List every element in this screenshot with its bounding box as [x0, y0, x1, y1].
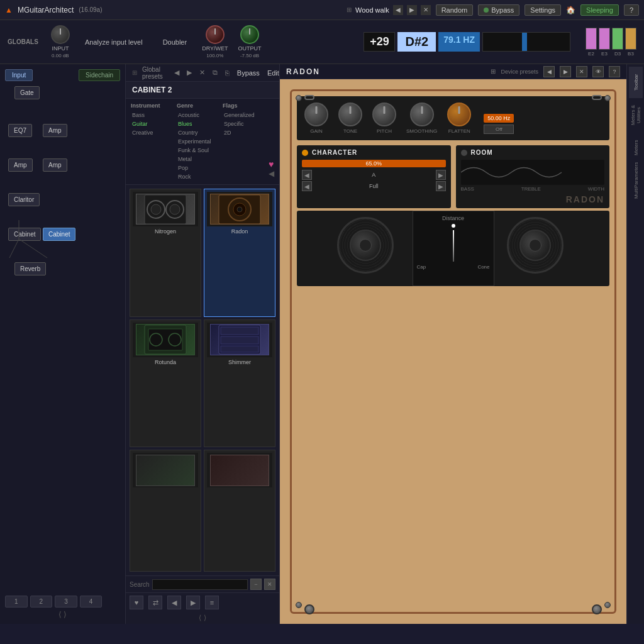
preset-paste[interactable]: ⎘ [224, 69, 231, 77]
room-led[interactable] [461, 150, 467, 156]
preset-copy[interactable]: ⧉ [211, 69, 219, 77]
bypass-cabinet[interactable]: Bypass [236, 69, 261, 77]
preset-radon[interactable]: Radon [204, 189, 275, 317]
mini-key-d3[interactable] [612, 28, 623, 50]
expand-chain-icon[interactable]: ⟨ ⟩ [58, 610, 67, 619]
search-clear-button[interactable]: − [250, 579, 262, 590]
flag-specific[interactable]: Specific [223, 120, 266, 128]
character-led[interactable] [302, 150, 308, 156]
preset-extra2[interactable] [204, 450, 275, 572]
nav-prev-button[interactable]: ◀ [167, 596, 181, 609]
preset-nitrogen[interactable]: Nitrogen [130, 189, 201, 317]
analyze-button[interactable]: Analyze input level [80, 36, 148, 48]
character-type-prev[interactable]: ◀ [302, 181, 312, 191]
track-tab-2[interactable]: 2 [30, 596, 53, 608]
genre-metal[interactable]: Metal [177, 155, 220, 163]
amp-node-2[interactable]: Amp [8, 158, 33, 172]
flag-generalized[interactable]: Generalized [223, 111, 266, 119]
nav-next-button[interactable]: ▶ [186, 596, 200, 609]
claritor-node[interactable]: Claritor [8, 193, 40, 206]
menu-button[interactable]: ≡ [205, 596, 219, 609]
collapse-col-icon[interactable]: ◀ [269, 169, 274, 178]
pitch-knob[interactable] [372, 103, 396, 126]
toolbar-button[interactable]: Toolbar [629, 67, 643, 98]
sidechain-button[interactable]: Sidechain [79, 69, 120, 81]
mini-key-b3[interactable] [625, 28, 636, 50]
cabinet2-node[interactable]: Cabinet [43, 228, 75, 241]
room-labels: BASS TREBLE WIDTH [461, 186, 605, 192]
genre-acoustic[interactable]: Acoustic [177, 111, 220, 119]
mini-key-e2[interactable] [586, 28, 597, 50]
global-presets-label: Global presets [142, 66, 163, 80]
preset-nav-next[interactable]: ▶ [186, 69, 193, 77]
meters-button[interactable]: Meters [629, 132, 643, 164]
favorite-button[interactable]: ♥ [130, 596, 143, 609]
gain-knob[interactable] [304, 103, 328, 126]
preset-extra1[interactable] [130, 450, 201, 572]
device-preset-eye[interactable]: 👁 [592, 66, 604, 77]
track-tab-1[interactable]: 1 [5, 596, 28, 608]
character-type-next[interactable]: ▶ [436, 181, 446, 191]
favorite-heart-icon[interactable]: ♥ [269, 159, 274, 169]
mini-key-e3[interactable] [599, 28, 610, 50]
meters-utilities-button[interactable]: Meters & Utilities [629, 99, 643, 131]
genre-pop[interactable]: Pop [177, 164, 220, 172]
flatten-knob[interactable] [447, 103, 471, 126]
inst-guitar[interactable]: Guitar [131, 120, 174, 128]
genre-country[interactable]: Country [177, 129, 220, 136]
gate-node[interactable]: Gate [14, 86, 40, 99]
output-knob[interactable] [240, 25, 259, 44]
reverb-node[interactable]: Reverb [14, 262, 46, 275]
tone-knob[interactable] [338, 103, 362, 126]
amp-node-3[interactable]: Amp [43, 158, 67, 172]
expand-cabinet-icon[interactable]: ⟨ ⟩ [199, 614, 206, 621]
random-button[interactable]: Random [436, 4, 474, 16]
device-preset-help[interactable]: ? [609, 66, 620, 77]
doubler-button[interactable]: Doubler [158, 36, 192, 48]
input-knob[interactable] [51, 25, 70, 44]
genre-blues[interactable]: Blues [177, 120, 220, 128]
settings-button[interactable]: Settings [525, 4, 561, 16]
track-tab-4[interactable]: 4 [80, 596, 103, 608]
inst-bass[interactable]: Bass [131, 111, 174, 119]
export-button[interactable]: ⇄ [148, 596, 162, 609]
preset-close[interactable]: ✕ [198, 69, 206, 77]
preset-nav-prev[interactable]: ◀ [173, 69, 180, 77]
eq7-node[interactable]: EQ7 [8, 124, 32, 137]
help-button[interactable]: ? [624, 4, 639, 16]
preset-prev-button[interactable]: ◀ [393, 5, 403, 15]
amp-node-1[interactable]: Amp [43, 124, 67, 137]
preset-next-button[interactable]: ▶ [407, 5, 417, 15]
flags-header: Flags [223, 103, 266, 109]
search-input[interactable] [152, 579, 248, 590]
character-value: 65.0% [302, 160, 446, 167]
genre-rock[interactable]: Rock [177, 173, 220, 180]
sleeping-button[interactable]: Sleeping [580, 4, 619, 16]
track-tab-3[interactable]: 3 [55, 596, 77, 608]
device-preset-prev[interactable]: ◀ [543, 66, 555, 77]
device-preset-next[interactable]: ▶ [560, 66, 571, 77]
caster-right [592, 604, 602, 614]
bypass-button[interactable]: Bypass [478, 4, 519, 16]
mini-key-e2-group: E2 [586, 28, 597, 57]
genre-funk[interactable]: Funk & Soul [177, 147, 220, 154]
smoothing-knob[interactable] [410, 103, 434, 126]
dry-wet-knob[interactable] [206, 25, 225, 44]
device-preset-close[interactable]: ✕ [576, 66, 587, 77]
search-close-button[interactable]: ✕ [264, 579, 275, 590]
preset-close-button[interactable]: ✕ [421, 5, 431, 15]
flag-2d[interactable]: 2D [223, 129, 266, 136]
preset-rotunda[interactable]: Rotunda [130, 319, 201, 448]
instrument-col: Instrument Bass Guitar Creative [131, 103, 174, 180]
home-icon[interactable]: 🏠 [566, 6, 575, 14]
cabinet-node[interactable]: Cabinet [8, 228, 41, 241]
preset-shimmer[interactable]: Shimmer [204, 319, 275, 448]
input-button[interactable]: Input [5, 69, 33, 81]
genre-experimental[interactable]: Experimental [177, 138, 220, 145]
edit-cabinet[interactable]: Edit [266, 69, 280, 77]
flatten-off-button[interactable]: Off [484, 125, 514, 134]
inst-creative[interactable]: Creative [131, 129, 174, 136]
multiparameters-button[interactable]: MultiParameters [629, 165, 643, 196]
character-next-button[interactable]: ▶ [436, 170, 446, 180]
character-prev-button[interactable]: ◀ [302, 170, 312, 180]
